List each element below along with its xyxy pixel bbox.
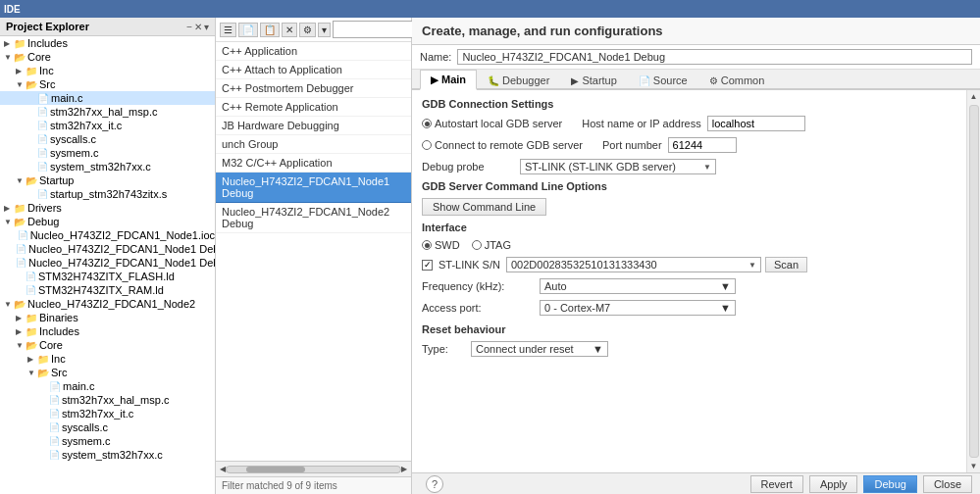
config-toolbar-paste[interactable]: 📋 [260,23,280,37]
tab-icon-source: 📄 [639,75,650,86]
show-command-line-btn[interactable]: Show Command Line [422,198,546,216]
revert-btn[interactable]: Revert [750,475,803,493]
tree-item[interactable]: 📄system_stm32h7xx.c [0,160,215,173]
autostart-radio-btn[interactable]: Autostart local GDB server [422,118,562,129]
access-dropdown[interactable]: 0 - Cortex-M7 ▼ [540,300,736,316]
config-item[interactable]: C++ Attach to Application [216,61,411,79]
debug-probe-dropdown[interactable]: ST-LINK (ST-LINK GDB server) ▼ [520,159,716,174]
scan-btn[interactable]: Scan [765,257,807,272]
tab-debugger[interactable]: 🐛Debugger [477,71,560,89]
help-icon[interactable]: ? [426,475,443,493]
tab-source[interactable]: 📄Source [628,71,698,89]
config-toolbar-more[interactable]: ▾ [318,23,331,37]
tree-item[interactable]: ▼📂Core [0,50,215,64]
tree-label: Src [39,78,56,90]
sidebar-menu-icon[interactable]: ▾ [204,22,209,32]
tree-item[interactable]: ▶📁Drivers [0,201,215,215]
config-item[interactable]: Nucleo_H743ZI2_FDCAN1_Node1 Debug [216,173,411,203]
tab-main[interactable]: ▶Main [420,70,477,90]
config-item[interactable]: Nucleo_H743ZI2_FDCAN1_Node2 Debug [216,203,411,233]
tree-item[interactable]: 📄startup_stm32h743zitx.s [0,187,215,201]
scroll-up-btn[interactable]: ▲ [968,90,980,103]
tree-item[interactable]: 📄stm32h7xx_hal_msp.c [0,105,215,119]
scroll-down-btn[interactable]: ▼ [968,460,980,472]
stlink-sn-checkbox[interactable]: ✓ [422,260,433,271]
project-explorer: Project Explorer − ✕ ▾ ▶📁Includes▼📂Core▶… [0,18,216,494]
connect-radio: Connect to remote GDB server [422,139,583,151]
host-value-input[interactable] [707,116,805,131]
tab-common[interactable]: ⚙Common [698,71,776,89]
connect-radio-btn[interactable]: Connect to remote GDB server [422,139,583,151]
tree-item[interactable]: 📄sysmem.c [0,434,215,448]
folder-icon: 📁 [14,38,26,49]
tree-item[interactable]: 📄syscalls.c [0,420,215,434]
folder-icon: 📁 [37,354,49,365]
config-item[interactable]: C++ Postmortem Debugger [216,79,411,98]
tree-item[interactable]: 📄sysmem.c [0,146,215,160]
tree-item[interactable]: 📄stm32h7xx_hal_msp.c [0,393,215,407]
config-list-panel: ☰ 📄 📋 ✕ ⚙ ▾ C++ ApplicationC++ Attach to… [216,18,412,494]
tree-item[interactable]: 📄stm32h7xx_it.c [0,407,215,420]
config-toolbar-delete[interactable]: ✕ [282,23,297,37]
tree-item[interactable]: ▼📂Core [0,338,215,352]
tree-item[interactable]: ▼📂Debug [0,215,215,228]
tree-item[interactable]: ▼📂Src [0,366,215,379]
config-item[interactable]: M32 C/C++ Application [216,154,411,173]
reset-dropdown-arrow: ▼ [593,343,603,355]
sidebar-collapse-icon[interactable]: − [186,22,192,32]
swd-label: SWD [435,239,460,251]
stlink-sn-dropdown[interactable]: 002D00283532510131333430 ▼ [506,257,761,272]
config-toolbar-copy[interactable]: 📄 [238,23,258,37]
swd-radio[interactable]: SWD [422,239,460,251]
tree-item[interactable]: 📄main.c [0,91,215,105]
tree-item[interactable]: 📄main.c [0,379,215,393]
tree-item[interactable]: ▼📂Nucleo_H743ZI2_FDCAN1_Node2 [0,297,215,311]
tree-item[interactable]: ▶📁Inc [0,64,215,77]
tree-item[interactable]: ▶📁Binaries [0,311,215,324]
tree-label: Core [39,339,63,351]
tree-item[interactable]: ▶📁Includes [0,36,215,50]
file-icon: 📄 [49,436,60,446]
autostart-radio: Autostart local GDB server [422,118,562,129]
file-icon: 📄 [37,121,48,130]
apply-btn[interactable]: Apply [809,475,858,493]
freq-dropdown[interactable]: Auto ▼ [540,278,736,294]
tree-item[interactable]: 📄syscalls.c [0,132,215,146]
config-item[interactable]: unch Group [216,135,411,154]
tree-item[interactable]: 📄STM32H743ZITX_RAM.ld [0,283,215,297]
config-name-input[interactable] [457,49,972,65]
tree-item[interactable]: 📄STM32H743ZITX_FLASH.ld [0,270,215,283]
debug-btn[interactable]: Debug [863,475,916,493]
sidebar-close-icon[interactable]: ✕ [194,22,202,32]
tree-label: Inc [39,65,54,76]
config-item[interactable]: JB Hardware Debugging [216,117,411,135]
port-value-input[interactable] [668,137,737,153]
tree-item[interactable]: 📄system_stm32h7xx.c [0,448,215,462]
scroll-track-vertical[interactable] [969,105,979,458]
tree-arrow: ▼ [16,80,26,89]
tree-item[interactable]: ▶📁Includes [0,324,215,338]
tree-item[interactable]: 📄Nucleo_H743ZI2_FDCAN1_Node1 Debug.cfg [0,242,215,256]
config-toolbar-new[interactable]: ☰ [220,23,236,37]
config-toolbar-filter[interactable]: ⚙ [299,23,316,37]
reset-type-dropdown[interactable]: Connect under reset ▼ [471,341,608,357]
tree-label: Nucleo_H743ZI2_FDCAN1_Node1 Debug.lau [28,257,215,269]
tree-item[interactable]: ▼📂Startup [0,173,215,187]
tree-item[interactable]: 📄stm32h7xx_it.c [0,119,215,132]
scrollbar-thumb[interactable] [246,467,305,472]
file-icon: 📄 [37,107,48,117]
tree-item[interactable]: ▶📁Inc [0,352,215,366]
sidebar-tree: ▶📁Includes▼📂Core▶📁Inc▼📂Src📄main.c📄stm32h… [0,36,215,494]
close-btn[interactable]: Close [923,475,972,493]
jtag-radio[interactable]: JTAG [472,239,511,251]
tab-startup[interactable]: ▶Startup [560,71,627,89]
tree-item[interactable]: 📄Nucleo_H743ZI2_FDCAN1_Node1 Debug.lau [0,256,215,270]
frequency-row: Frequency (kHz): Auto ▼ [422,278,956,294]
config-item[interactable]: C++ Remote Application [216,98,411,117]
tree-item[interactable]: ▼📂Src [0,77,215,91]
scroll-right-arrow[interactable]: ▶ [401,465,407,473]
freq-dropdown-arrow: ▼ [720,280,731,292]
config-item[interactable]: C++ Application [216,42,411,61]
tree-label: sysmem.c [62,435,111,447]
tree-item[interactable]: 📄Nucleo_H743ZI2_FDCAN1_Node1.ioc [0,228,215,242]
